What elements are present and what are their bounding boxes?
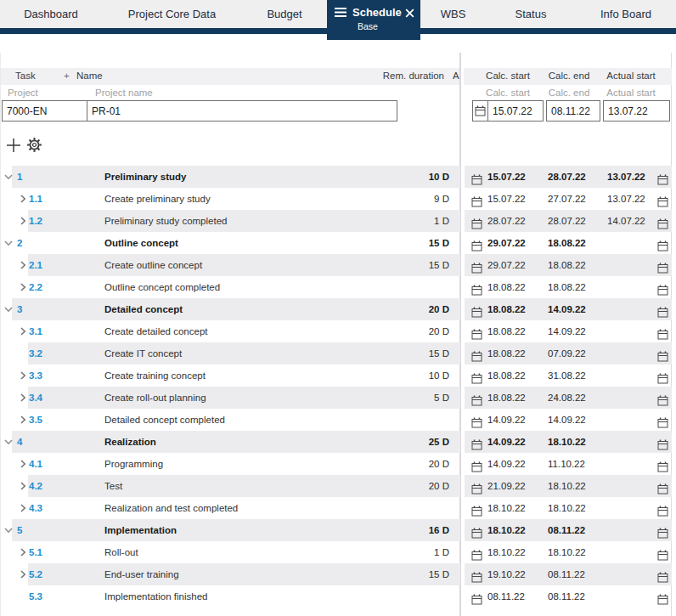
task-name-cell[interactable]: Preliminary study [104, 166, 187, 188]
project-calc-start-field[interactable]: 15.07.22 [472, 100, 544, 122]
task-calc-start-cell[interactable]: 18.08.22 [487, 342, 526, 365]
task-number-link[interactable]: 1 [17, 166, 22, 188]
task-calc-end-cell[interactable]: 24.08.22 [548, 387, 586, 409]
tab-schedule[interactable]: Schedule Base [327, 0, 420, 40]
expand-chevron[interactable] [19, 195, 27, 203]
expand-chevron[interactable] [19, 460, 27, 468]
task-calc-end-cell[interactable]: 14.09.22 [548, 320, 586, 342]
task-rem-duration-cell[interactable]: 15 D [365, 254, 449, 276]
task-calc-end-cell[interactable]: 14.09.22 [548, 298, 586, 320]
task-calc-end-cell[interactable]: 31.08.22 [548, 365, 586, 387]
task-name-cell[interactable]: Programming [104, 453, 163, 475]
expand-chevron[interactable] [19, 371, 27, 380]
task-rem-duration-cell[interactable]: 25 D [365, 431, 449, 453]
task-rem-duration-cell[interactable]: 15 D [365, 342, 449, 365]
task-name-cell[interactable]: Realization and test completed [104, 497, 238, 519]
task-name-cell[interactable]: Test [104, 475, 122, 497]
expand-chevron[interactable] [4, 438, 13, 446]
task-calc-start-cell[interactable]: 14.09.22 [487, 409, 526, 431]
task-name-cell[interactable]: Create preliminary study [104, 188, 211, 210]
task-calc-start-cell[interactable]: 28.07.22 [487, 210, 526, 232]
task-name-cell[interactable]: Create roll-out planning [104, 387, 206, 409]
task-calc-end-cell[interactable]: 08.11.22 [548, 563, 585, 585]
task-name-cell[interactable]: Outline concept completed [104, 276, 220, 298]
task-rem-duration-cell[interactable]: 1 D [365, 210, 449, 232]
project-calc-end-field[interactable]: 08.11.22 [546, 100, 600, 122]
expand-chevron[interactable] [4, 305, 13, 314]
task-name-cell[interactable]: Realization [104, 431, 156, 453]
task-number-link[interactable]: 5.1 [29, 541, 42, 563]
calendar-icon[interactable] [657, 591, 668, 613]
task-calc-start-cell[interactable]: 29.07.22 [487, 254, 526, 276]
task-rem-duration-cell[interactable]: 15 D [365, 563, 449, 585]
task-name-cell[interactable]: Create detailed concept [104, 320, 207, 342]
task-calc-end-cell[interactable]: 27.07.22 [548, 188, 586, 210]
task-number-link[interactable]: 4 [17, 431, 22, 453]
task-calc-start-cell[interactable]: 18.08.22 [487, 298, 526, 320]
tab-dashboard[interactable]: Dashboard [0, 0, 102, 28]
task-calc-start-cell[interactable]: 18.08.22 [487, 387, 526, 409]
task-calc-end-cell[interactable]: 18.08.22 [548, 254, 586, 276]
task-number-link[interactable]: 5.3 [29, 585, 42, 608]
task-rem-duration-cell[interactable]: 15 D [365, 232, 449, 254]
task-calc-start-cell[interactable]: 14.09.22 [487, 453, 526, 475]
task-calc-start-cell[interactable]: 19.10.22 [487, 563, 526, 585]
task-name-cell[interactable]: Roll-out [104, 541, 138, 563]
task-name-cell[interactable]: Implementation [104, 519, 177, 541]
task-name-cell[interactable]: Implementation finished [104, 585, 207, 608]
task-rem-duration-cell[interactable]: 10 D [365, 166, 449, 188]
expand-chevron[interactable] [19, 217, 27, 225]
tab-project-core-data[interactable]: Project Core Data [102, 0, 242, 28]
task-number-link[interactable]: 3.4 [29, 387, 42, 409]
hamburger-menu-icon[interactable] [335, 8, 346, 17]
task-rem-duration-cell[interactable]: 9 D [365, 188, 449, 210]
expand-chevron[interactable] [19, 327, 27, 336]
expand-chevron[interactable] [19, 482, 27, 490]
column-header-a[interactable]: A [453, 71, 459, 81]
task-calc-start-cell[interactable]: 14.09.22 [487, 431, 526, 453]
expand-chevron[interactable] [19, 283, 27, 291]
task-calc-end-cell[interactable]: 08.11.22 [548, 519, 585, 541]
task-calc-end-cell[interactable]: 18.10.22 [548, 497, 586, 519]
task-number-link[interactable]: 3.5 [29, 409, 42, 431]
expand-chevron[interactable] [19, 261, 27, 269]
expand-chevron[interactable] [19, 415, 27, 424]
column-header-calc-start[interactable]: Calc. start [474, 71, 542, 81]
expand-chevron[interactable] [19, 548, 27, 557]
task-calc-start-cell[interactable]: 18.10.22 [487, 497, 526, 519]
task-calc-end-cell[interactable]: 14.09.22 [548, 409, 586, 431]
task-name-cell[interactable]: Preliminary study completed [104, 210, 227, 232]
column-header-name[interactable]: Name [76, 71, 103, 81]
close-icon[interactable] [405, 8, 414, 20]
task-rem-duration-cell[interactable]: 10 D [365, 365, 449, 387]
task-rem-duration-cell[interactable]: 20 D [365, 320, 449, 342]
task-calc-start-cell[interactable]: 29.07.22 [487, 232, 526, 254]
task-calc-start-cell[interactable]: 08.11.22 [487, 585, 525, 608]
task-name-cell[interactable]: Create outline concept [104, 254, 202, 276]
task-number-link[interactable]: 5 [17, 519, 22, 541]
task-number-link[interactable]: 3.2 [29, 342, 42, 365]
task-name-cell[interactable]: Outline concept [104, 232, 178, 254]
task-number-link[interactable]: 5.2 [29, 563, 42, 585]
expand-chevron[interactable] [19, 570, 27, 579]
task-actual-start-cell[interactable]: 13.07.22 [607, 188, 645, 210]
tab-status[interactable]: Status [486, 0, 576, 28]
project-id-field[interactable]: 7000-EN [3, 101, 87, 121]
gear-icon[interactable] [26, 137, 42, 155]
column-header-task[interactable]: Task [15, 71, 36, 81]
task-number-link[interactable]: 4.1 [29, 453, 42, 475]
task-calc-end-cell[interactable]: 18.10.22 [548, 475, 586, 497]
task-calc-end-cell[interactable]: 18.08.22 [548, 232, 586, 254]
tab-info-board[interactable]: Info Board [576, 0, 676, 28]
task-number-link[interactable]: 3.1 [29, 320, 42, 342]
expand-chevron[interactable] [19, 393, 27, 402]
column-header-actual-start[interactable]: Actual start [597, 71, 665, 81]
task-calc-end-cell[interactable]: 08.11.22 [548, 585, 585, 608]
task-rem-duration-cell[interactable]: 20 D [365, 298, 449, 320]
task-number-link[interactable]: 2.2 [29, 276, 42, 298]
column-header-rem-duration[interactable]: Rem. duration [357, 71, 444, 81]
task-calc-start-cell[interactable]: 21.09.22 [487, 475, 526, 497]
task-calc-end-cell[interactable]: 28.07.22 [548, 166, 586, 188]
task-number-link[interactable]: 2 [17, 232, 22, 254]
task-calc-end-cell[interactable]: 11.10.22 [548, 453, 585, 475]
